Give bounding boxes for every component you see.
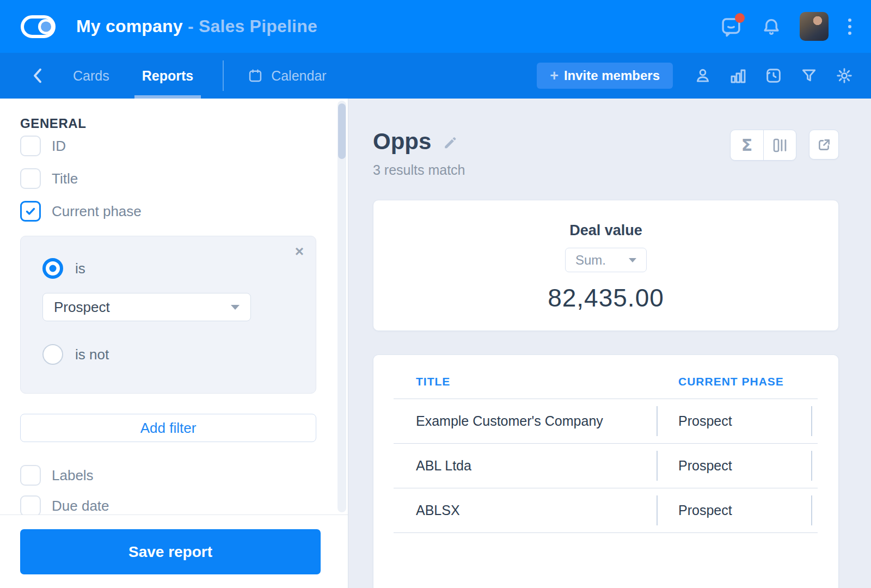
title-separator: - <box>188 16 194 36</box>
results-table-card: TITLE CURRENT PHASE Example Customer's C… <box>373 354 839 588</box>
radio-is-not-label: is not <box>75 346 109 363</box>
pipeline-name: Sales Pipeline <box>199 16 317 36</box>
phase-value: Prospect <box>54 299 110 316</box>
export-icon <box>817 138 831 152</box>
cell-title: ABLSX <box>394 488 657 532</box>
field-row-current-phase: Current phase <box>20 201 316 222</box>
report-settings-sidebar: GENERAL ID Title <box>0 99 348 588</box>
overflow-menu-icon[interactable] <box>845 15 855 39</box>
field-label: Labels <box>52 467 94 484</box>
results-count: 3 results match <box>373 162 465 178</box>
aggregation-value: Sum. <box>575 253 606 268</box>
chevron-down-icon <box>629 258 636 262</box>
back-chevron-icon[interactable] <box>30 68 45 84</box>
tab-cards[interactable]: Cards <box>70 53 113 99</box>
app-logo-icon[interactable] <box>21 15 56 38</box>
checkbox-id[interactable] <box>20 136 41 156</box>
sidebar-scrollbar-thumb[interactable] <box>338 103 346 159</box>
checkbox-title[interactable] <box>20 168 41 189</box>
cell-title: ABL Ltda <box>394 444 657 488</box>
sum-view-button[interactable]: Σ <box>731 130 763 160</box>
table-row[interactable]: Example Customer's Company Prospect <box>394 399 818 444</box>
cell-phase: Prospect <box>657 444 818 488</box>
field-label: Current phase <box>52 203 142 220</box>
table-header-row: TITLE CURRENT PHASE <box>394 375 818 388</box>
notification-dot <box>735 13 745 23</box>
navbar: Cards Reports Calendar + Invite members <box>0 53 871 99</box>
cell-phase: Prospect <box>657 399 818 443</box>
sigma-icon: Σ <box>741 136 753 155</box>
section-title: GENERAL <box>20 116 316 131</box>
bar-columns-icon <box>772 138 788 153</box>
report-toolbar: Σ <box>730 130 839 161</box>
view-toggle-group: Σ <box>730 130 796 161</box>
aggregation-dropdown[interactable]: Sum. <box>565 248 647 272</box>
reports-chart-icon[interactable] <box>729 67 747 84</box>
metric-value: 82,435.00 <box>548 283 664 313</box>
radio-is[interactable] <box>42 258 63 279</box>
cell-phase: Prospect <box>657 488 818 532</box>
messages-icon[interactable] <box>719 15 743 39</box>
field-label: Title <box>52 170 78 187</box>
operator-is-row: is <box>42 258 294 279</box>
checkbox-labels[interactable] <box>20 465 41 486</box>
checkbox-current-phase[interactable] <box>20 201 41 222</box>
operator-is-not-row: is not <box>42 344 294 365</box>
chevron-down-icon <box>231 305 240 310</box>
notifications-bell-icon[interactable] <box>759 15 783 39</box>
edit-pencil-icon[interactable] <box>442 134 458 151</box>
settings-gear-icon[interactable] <box>836 67 853 84</box>
metric-label: Deal value <box>569 222 642 239</box>
tab-calendar[interactable]: Calendar <box>248 68 326 84</box>
field-row-due-date: Due date <box>20 495 316 514</box>
members-icon[interactable] <box>694 67 711 84</box>
field-row-id: ID <box>20 136 316 156</box>
invite-members-label: Invite members <box>564 68 660 83</box>
user-avatar[interactable] <box>800 12 829 41</box>
report-panel: Opps 3 results match Σ <box>348 99 871 588</box>
main-area: GENERAL ID Title <box>0 99 871 588</box>
table-row[interactable]: ABL Ltda Prospect <box>394 444 818 488</box>
tab-reports[interactable]: Reports <box>139 53 197 99</box>
deal-value-card: Deal value Sum. 82,435.00 <box>373 200 839 331</box>
phase-value-dropdown[interactable]: Prospect <box>42 293 251 321</box>
field-label: ID <box>52 138 66 155</box>
calendar-icon <box>248 68 263 83</box>
sidebar-scroll-area: GENERAL ID Title <box>0 99 348 514</box>
filter-funnel-icon[interactable] <box>800 67 818 84</box>
activity-history-icon[interactable] <box>765 67 782 84</box>
export-button[interactable] <box>809 130 839 160</box>
radio-is-label: is <box>75 260 85 277</box>
report-header: Opps 3 results match Σ <box>373 128 839 178</box>
sidebar-scrollbar <box>338 101 346 512</box>
tab-calendar-label: Calendar <box>271 68 326 84</box>
nav-actions: + Invite members <box>537 63 853 89</box>
add-filter-button[interactable]: Add filter <box>20 414 316 442</box>
cell-title: Example Customer's Company <box>394 399 657 443</box>
table-body: Example Customer's Company Prospect ABL … <box>394 399 818 533</box>
app-root: My company - Sales Pipeline <box>0 0 871 588</box>
field-row-title: Title <box>20 168 316 189</box>
column-header-current-phase: CURRENT PHASE <box>657 375 818 388</box>
save-report-button[interactable]: Save report <box>20 529 321 574</box>
close-icon[interactable]: × <box>295 244 304 259</box>
report-title: Opps <box>373 128 431 155</box>
topbar-actions <box>719 12 855 41</box>
radio-is-not[interactable] <box>42 344 63 365</box>
invite-members-button[interactable]: + Invite members <box>537 63 673 89</box>
sidebar-footer: Save report <box>0 514 348 588</box>
column-header-title: TITLE <box>394 375 657 388</box>
field-label: Due date <box>52 498 109 514</box>
table-row[interactable]: ABLSX Prospect <box>394 488 818 533</box>
field-row-labels: Labels <box>20 465 316 486</box>
phase-filter-box: × is Prospect is not <box>20 236 316 394</box>
nav-divider <box>223 60 224 91</box>
plus-icon: + <box>550 68 559 84</box>
topbar: My company - Sales Pipeline <box>0 0 871 53</box>
company-name: My company <box>76 16 183 36</box>
chart-view-button[interactable] <box>763 130 796 160</box>
checkbox-due-date[interactable] <box>20 495 41 514</box>
board-title: My company - Sales Pipeline <box>76 16 317 36</box>
